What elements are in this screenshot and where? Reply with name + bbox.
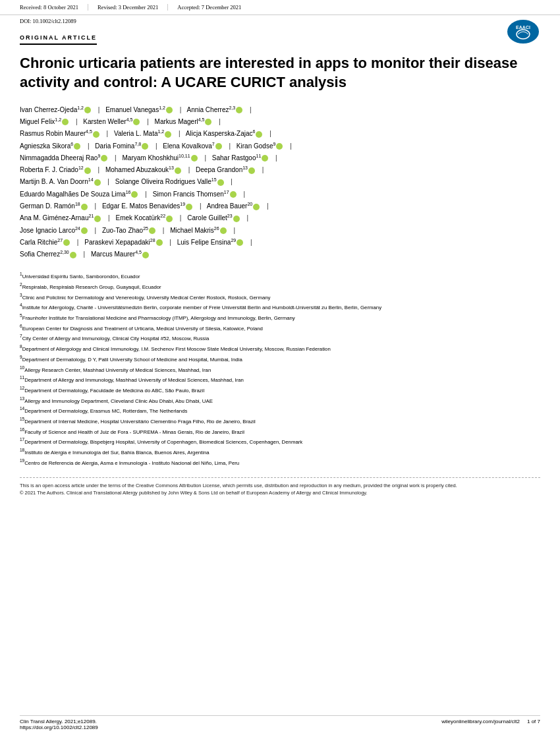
orcid-icon (149, 227, 155, 234)
orcid-icon (74, 143, 80, 150)
sep6: | (219, 118, 221, 125)
article-type-label: ORIGINAL ARTICLE (20, 34, 97, 45)
author-solange: Solange Oliveira Rodrigues Valle15 (115, 178, 225, 185)
author-nimmagadda: Nimmagadda Dheeraj Rao9 (20, 154, 109, 162)
orcid-icon (215, 143, 222, 150)
orcid-icon (101, 155, 107, 162)
sep21: | (231, 178, 233, 185)
sep20: | (107, 178, 109, 185)
author-rasmus: Rasmus Robin Maurer4,5 (20, 130, 101, 137)
author-luis: Luis Felipe Ensina29 (177, 239, 245, 246)
affiliations-section: 1Universidad Espíritu Santo, Samborondón… (20, 271, 540, 467)
orcid-icon (253, 204, 260, 210)
affiliation-3: 3Clinic and Policlinic for Dermatology a… (20, 292, 540, 302)
orcid-icon (133, 119, 140, 125)
author-miguel: Miguel Felix1,2 (20, 118, 70, 125)
page-number: 1 of 7 (527, 719, 540, 724)
orcid-icon (142, 143, 148, 150)
authors-section: Ivan Cherrez-Ojeda1,2 | Emanuel Vanegas1… (20, 103, 540, 260)
author-agnieszka: Agnieszka Sikora6 (20, 142, 82, 150)
open-access-note: This is an open access article under the… (20, 482, 540, 489)
author-zuo: Zuo-Tao Zhao25 (102, 227, 157, 234)
affiliation-14: 14Department of Dermatology, Erasmus MC,… (20, 405, 540, 415)
page: Received: 8 October 2021 Revised: 3 Dece… (0, 0, 560, 737)
sep18: | (188, 166, 190, 173)
affiliation-16: 16Faculty of Science and Health of Juiz … (20, 427, 540, 436)
affiliation-1: 1Universidad Espíritu Santo, Samborondón… (20, 271, 540, 281)
accepted-date: Accepted: 7 December 2021 (177, 4, 250, 11)
sep7: | (107, 130, 109, 137)
author-martijn: Martijn B. A. Van Doorn14 (20, 178, 102, 185)
affiliation-4: 4Institute for Allergology, Charité - Un… (20, 302, 540, 312)
orcid-icon (81, 204, 88, 210)
sep32: | (233, 227, 235, 234)
sep16: | (275, 154, 277, 162)
orcid-icon (205, 119, 211, 125)
author-carole: Carole Guillet23 (187, 214, 240, 221)
orcid-icon (62, 119, 69, 125)
author-deepa: Deepa Grandon13 (196, 166, 256, 173)
author-paraskevi: Paraskevi Xepapadaki28 (84, 239, 163, 246)
author-sahar: Sahar Rastgoo11 (212, 154, 270, 162)
orcid-icon (165, 131, 171, 138)
revised-date: Revised: 3 December 2021 (98, 4, 168, 11)
orcid-icon (186, 204, 192, 210)
orcid-icon (81, 227, 88, 234)
author-eduardo: Eduardo Magalhães De Souza Lima16 (20, 191, 139, 198)
sep28: | (180, 214, 182, 221)
author-karsten: Karsten Weller4,5 (83, 118, 141, 125)
sep25: | (200, 202, 202, 210)
sep35: | (250, 239, 252, 246)
eaaci-logo-icon: EAACI (506, 18, 540, 45)
footer-left: Clin Transl Allergy. 2021;e12089. https:… (20, 719, 98, 730)
orcid-icon (237, 239, 243, 246)
sep22: | (145, 191, 147, 198)
sep8: | (179, 130, 181, 137)
author-mohamed: Mohamed Abuzakouk13 (105, 166, 182, 173)
sep4: | (76, 118, 78, 125)
author-simon: Simon Francis Thomsen17 (153, 191, 238, 198)
orcid-icon (166, 216, 173, 222)
sep2: | (180, 106, 182, 113)
author-ivan: Ivan Cherrez-Ojeda1,2 (20, 106, 92, 113)
orcid-icon (217, 179, 224, 186)
sep31: | (163, 227, 165, 234)
author-maryam: Maryam Khoshkhui10,11 (122, 154, 198, 162)
sep34: | (169, 239, 171, 246)
orcid-icon (94, 216, 101, 222)
affiliation-8: 8Department of Allergology and Clinical … (20, 343, 540, 353)
affiliation-2: 2Respiralab, Respiralab Research Group, … (20, 281, 540, 291)
journal-url: wileyonlinelibrary.com/journal/clt2 (441, 719, 520, 724)
header-bar: Received: 8 October 2021 Revised: 3 Dece… (0, 0, 560, 15)
doi-footer: https://doi.org/10.1002/clt2.12089 (20, 724, 98, 730)
orcid-icon (262, 155, 268, 162)
orcid-icon (142, 252, 149, 258)
orcid-icon (248, 167, 255, 174)
sep3: | (250, 106, 252, 113)
orcid-icon (70, 252, 76, 258)
article-title: Chronic urticaria patients are intereste… (20, 54, 540, 92)
affiliation-6: 6European Center for Diagnosis and Treat… (20, 323, 540, 333)
received-date: Received: 8 October 2021 (20, 4, 88, 11)
author-michael: Michael Makris26 (170, 227, 227, 234)
affiliation-11: 11Department of Allergy and Immunology, … (20, 374, 540, 384)
affiliation-5: 5Fraunhofer Institute for Translational … (20, 312, 540, 322)
author-jose: Jose Ignacio Larco24 (20, 227, 89, 234)
sep10: | (88, 142, 90, 150)
orcid-icon (156, 239, 163, 246)
sep27: | (108, 214, 110, 221)
orcid-icon (84, 107, 91, 113)
sep23: | (243, 191, 245, 198)
author-german: German D. Ramón18 (20, 202, 89, 210)
affiliation-7: 7City Center of Allergy and Immunology, … (20, 333, 540, 343)
orcid-icon (220, 227, 227, 234)
affiliation-15: 15Department of Internal Medicine, Hospi… (20, 416, 540, 426)
orcid-icon (94, 179, 101, 186)
svg-text:EAACI: EAACI (516, 25, 530, 30)
doi-line: DOI: 10.1002/clt2.12089 (0, 15, 560, 28)
sep26: | (267, 202, 269, 210)
sep12: | (229, 142, 231, 150)
author-edgar: Edgar E. Matos Benavides19 (102, 202, 194, 210)
orcid-icon (236, 107, 242, 113)
content-area: ORIGINAL ARTICLE Chronic urticaria patie… (0, 28, 560, 537)
